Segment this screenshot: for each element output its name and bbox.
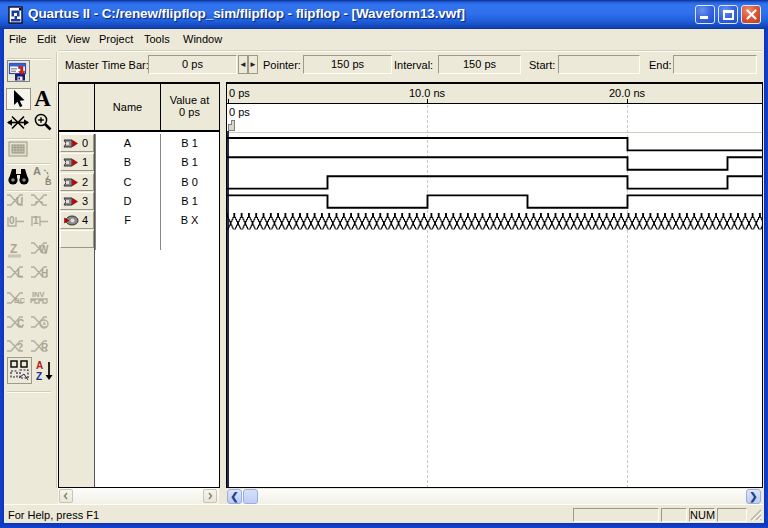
svg-text:R: R bbox=[41, 342, 49, 353]
svg-text:1: 1 bbox=[33, 215, 39, 226]
svg-text:INV: INV bbox=[32, 290, 45, 299]
svg-text:DC: DC bbox=[14, 296, 25, 305]
svg-text:W: W bbox=[39, 244, 49, 255]
svg-text:C: C bbox=[17, 318, 24, 329]
svg-text:0: 0 bbox=[9, 215, 15, 226]
svg-text:H: H bbox=[41, 268, 48, 279]
svg-text:U: U bbox=[16, 196, 23, 207]
svg-text:?: ? bbox=[17, 342, 23, 353]
svg-text:A: A bbox=[33, 166, 41, 177]
svg-text:L: L bbox=[17, 268, 23, 279]
svg-text:A: A bbox=[36, 360, 43, 371]
svg-text:Z: Z bbox=[10, 242, 17, 256]
svg-text:Z: Z bbox=[36, 371, 42, 382]
